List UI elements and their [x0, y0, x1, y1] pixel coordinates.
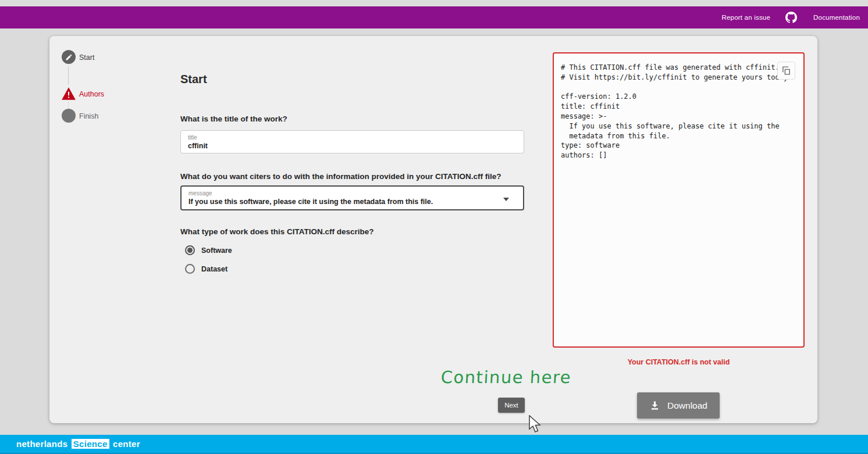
title-input-value: cffinit [188, 141, 517, 151]
github-icon[interactable] [785, 12, 797, 23]
message-select-value: If you use this software, please cite it… [188, 197, 516, 206]
title-input-label: title [188, 134, 517, 141]
radio-software[interactable]: Software [185, 245, 232, 255]
brand-mid: Science [72, 439, 109, 449]
message-question: What do you want citers to do with the i… [180, 172, 501, 181]
radio-dataset-label: Dataset [201, 265, 227, 273]
chevron-down-icon [503, 198, 509, 201]
stepper-connector [68, 102, 69, 108]
download-icon [649, 400, 660, 411]
message-select-label: message [188, 190, 516, 197]
brand-pre: netherlands [16, 439, 67, 449]
continue-here-annotation: Continue here [421, 367, 591, 387]
report-issue-link[interactable]: Report an issue [722, 14, 771, 21]
title-question: What is the title of the work? [180, 115, 287, 123]
step-authors-label[interactable]: Authors [79, 90, 104, 98]
warning-triangle-icon [61, 87, 76, 101]
radio-dataset[interactable]: Dataset [185, 264, 227, 274]
download-button[interactable]: Download [637, 392, 720, 419]
next-button[interactable]: Next [498, 398, 525, 413]
app-bar: Report an issue Documentation [0, 6, 868, 28]
type-question: What type of work does this CITATION.cff… [180, 227, 374, 236]
download-button-label: Download [667, 401, 707, 411]
stepper-connector [68, 66, 69, 85]
footer: netherlands Science center [0, 435, 868, 454]
validation-message: Your CITATION.cff is not valid [553, 358, 805, 366]
radio-software-label: Software [201, 246, 232, 255]
mouse-cursor [528, 415, 541, 434]
escience-center-logo: netherlands Science center [16, 439, 140, 449]
step-start[interactable] [62, 50, 76, 64]
title-input[interactable]: title cffinit [180, 130, 524, 153]
step-authors[interactable] [61, 87, 76, 101]
radio-selected-icon [185, 245, 195, 255]
main-card: Start Authors Finish Start What is the t… [49, 36, 817, 423]
brand-post: center [113, 439, 140, 449]
edit-pencil-icon [65, 53, 73, 61]
step-start-label[interactable]: Start [79, 53, 94, 62]
radio-unselected-icon [185, 264, 195, 274]
documentation-link[interactable]: Documentation [813, 14, 860, 21]
copy-button[interactable] [777, 62, 795, 80]
window-top-strip [0, 0, 868, 6]
step-finish[interactable] [62, 109, 76, 123]
step-finish-label[interactable]: Finish [79, 112, 98, 120]
message-select[interactable]: message If you use this software, please… [180, 185, 524, 210]
copy-icon [781, 66, 791, 76]
citation-preview-panel: # This CITATION.cff file was generated w… [553, 52, 805, 348]
page-title: Start [180, 73, 207, 86]
page: { "header": { "report_issue_label": "Rep… [0, 0, 868, 454]
citation-code: # This CITATION.cff file was generated w… [554, 53, 803, 170]
